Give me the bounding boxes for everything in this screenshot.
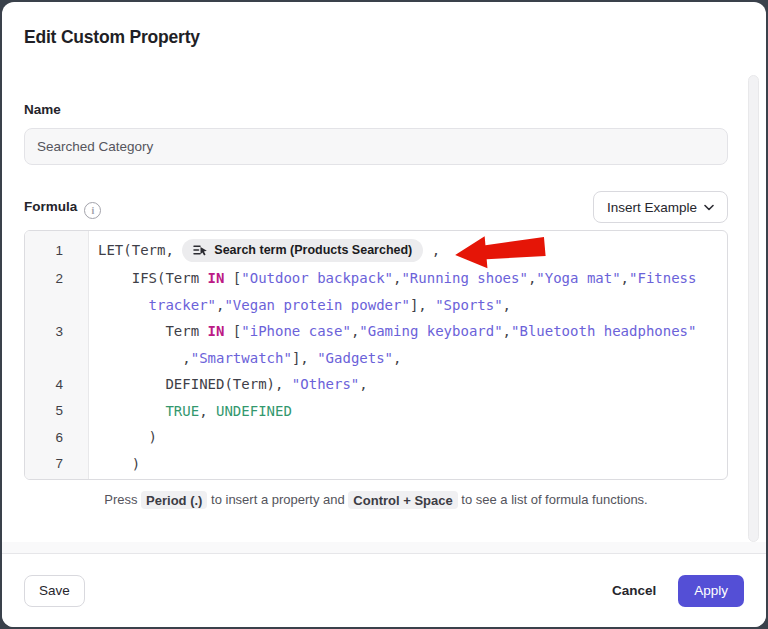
line-number: 4: [25, 377, 88, 392]
apply-button[interactable]: Apply: [678, 575, 744, 607]
info-icon[interactable]: i: [84, 202, 101, 219]
code-segment: IN: [208, 323, 225, 339]
line-number: 5: [25, 403, 88, 418]
code-segment: TRUE: [165, 403, 199, 419]
code-segment: ],: [292, 350, 317, 366]
line-number: 6: [25, 430, 88, 445]
code-segment: ,: [199, 403, 216, 419]
code-line[interactable]: 4DEFINED(Term), "Others",: [25, 371, 727, 398]
code-segment: "iPhone case": [241, 323, 351, 339]
code-segment: "Bluetooth headphones": [511, 323, 696, 339]
code-segment: Term: [165, 323, 207, 339]
code-segment: tracker": [149, 297, 216, 313]
vertical-scrollbar[interactable]: [748, 75, 759, 542]
content-footer-divider: [2, 542, 766, 554]
code-line[interactable]: 5TRUE, UNDEFINED: [25, 398, 727, 425]
code-segment: ,: [503, 323, 511, 339]
cancel-button[interactable]: Cancel: [602, 575, 666, 607]
code-segment: DEFINED(Term),: [165, 376, 291, 392]
code-text: DEFINED(Term), "Others",: [98, 376, 727, 392]
property-chip-label: Search term (Products Searched): [214, 243, 412, 257]
code-rows: 1LET(Term, Search term (Products Searche…: [25, 231, 727, 477]
kbd-control-space: Control + Space: [348, 491, 457, 509]
code-line[interactable]: 2IFS(Term IN ["Outdoor backpack","Runnin…: [25, 265, 727, 292]
formula-label: Formula: [24, 199, 77, 214]
code-segment: IFS(Term: [132, 270, 208, 286]
code-segment: "Outdoor backpack": [241, 270, 393, 286]
code-segment: LET(Term,: [98, 241, 182, 257]
name-label: Name: [24, 102, 61, 117]
name-input[interactable]: [24, 128, 728, 165]
chevron-down-icon: [704, 204, 714, 211]
code-segment: "Yoga mat": [536, 270, 620, 286]
code-segment: UNDEFINED: [216, 403, 292, 419]
line-number: 1: [25, 243, 88, 258]
code-text: tracker","Vegan protein powder"], "Sport…: [98, 297, 727, 313]
insert-example-button[interactable]: Insert Example: [593, 191, 728, 223]
code-text: ): [98, 429, 727, 445]
code-segment: "Fitness: [629, 270, 696, 286]
code-segment: ,: [393, 350, 401, 366]
code-segment: "Gaming keyboard": [359, 323, 502, 339]
hint-text: Press: [104, 492, 141, 507]
dialog-footer: Save Cancel Apply: [2, 554, 766, 627]
code-text: LET(Term, Search term (Products Searched…: [98, 239, 727, 262]
code-segment: "Sports": [435, 297, 502, 313]
code-text: IFS(Term IN ["Outdoor backpack","Running…: [98, 270, 727, 286]
code-segment: ,: [359, 376, 367, 392]
code-segment: "Running shoes": [401, 270, 527, 286]
code-segment: ,: [182, 350, 190, 366]
code-segment: ,: [423, 241, 440, 257]
code-segment: ): [132, 456, 140, 472]
code-line[interactable]: ,"Smartwatch"], "Gadgets",: [25, 345, 727, 372]
code-segment: ],: [410, 297, 435, 313]
code-text: Term IN ["iPhone case","Gaming keyboard"…: [98, 323, 727, 339]
code-line[interactable]: 1LET(Term, Search term (Products Searche…: [25, 235, 727, 265]
code-text: ): [98, 456, 727, 472]
formula-code-editor[interactable]: 1LET(Term, Search term (Products Searche…: [24, 230, 728, 480]
property-cursor-icon: [193, 244, 208, 257]
code-line[interactable]: 3Term IN ["iPhone case","Gaming keyboard…: [25, 318, 727, 345]
code-segment: ): [149, 429, 157, 445]
hint-text: to insert a property and: [207, 492, 348, 507]
line-number: 3: [25, 324, 88, 339]
code-line[interactable]: 7): [25, 451, 727, 478]
property-chip[interactable]: Search term (Products Searched): [182, 239, 423, 262]
dialog-title: Edit Custom Property: [24, 27, 200, 48]
insert-example-label: Insert Example: [607, 200, 697, 215]
editor-hint: Press Period (.) to insert a property an…: [24, 492, 728, 507]
kbd-period: Period (.): [141, 491, 207, 509]
line-number: 7: [25, 456, 88, 471]
code-segment: [: [224, 323, 241, 339]
code-line[interactable]: tracker","Vegan protein powder"], "Sport…: [25, 292, 727, 319]
code-segment: ,: [503, 297, 511, 313]
code-segment: [: [224, 270, 241, 286]
code-segment: "Gadgets": [317, 350, 393, 366]
code-segment: "Vegan protein powder": [224, 297, 409, 313]
code-text: TRUE, UNDEFINED: [98, 403, 727, 419]
save-button[interactable]: Save: [24, 575, 85, 607]
code-segment: ,: [621, 270, 629, 286]
line-number: 2: [25, 271, 88, 286]
code-segment: "Smartwatch": [191, 350, 292, 366]
edit-custom-property-dialog: Edit Custom Property Name Formulai Inser…: [2, 2, 766, 627]
formula-header-row: Formulai Insert Example: [24, 191, 728, 223]
code-text: ,"Smartwatch"], "Gadgets",: [98, 350, 727, 366]
code-segment: "Others": [292, 376, 359, 392]
hint-text: to see a list of formula functions.: [458, 492, 648, 507]
code-segment: IN: [208, 270, 225, 286]
code-line[interactable]: 6): [25, 424, 727, 451]
